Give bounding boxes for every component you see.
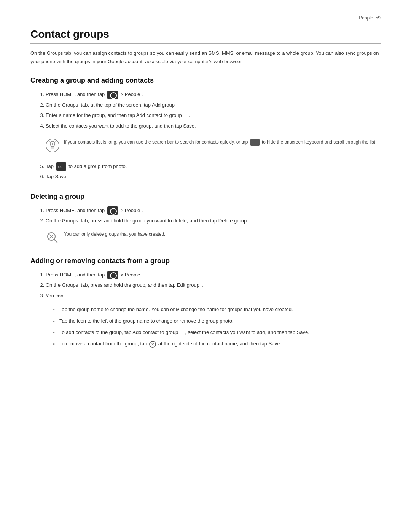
intro-text: On the Groups tab, you can assign contac… bbox=[30, 49, 381, 66]
tip-text: If your contacts list is long, you can u… bbox=[64, 139, 377, 146]
page-number: 59 bbox=[376, 15, 381, 21]
creating-steps-list: Press HOME, and then tap > People . On t… bbox=[46, 90, 381, 130]
creating-step-3: Enter a name for the group, and then tap… bbox=[46, 111, 381, 120]
page-title: Contact groups bbox=[30, 28, 381, 44]
adding-removing-step-1: Press HOME, and then tap > People . bbox=[46, 270, 381, 280]
adding-removing-steps-list: Press HOME, and then tap > People . On t… bbox=[46, 270, 381, 300]
page-container: People 59 Contact groups On the Groups t… bbox=[0, 0, 411, 383]
section-adding-removing: Adding or removing contacts from a group… bbox=[30, 257, 381, 348]
svg-line-6 bbox=[55, 141, 56, 142]
section-adding-removing-title: Adding or removing contacts from a group bbox=[30, 257, 381, 265]
bullet-2: Tap the icon to the left of the group na… bbox=[53, 317, 381, 325]
deleting-step-2: On the Groups tab, press and hold the gr… bbox=[46, 216, 381, 225]
bullet-1: Tap the group name to change the name. Y… bbox=[53, 305, 381, 314]
section-label: People bbox=[359, 15, 373, 21]
home-button-icon-3 bbox=[107, 271, 118, 279]
keyboard-icon bbox=[250, 139, 260, 146]
creating-step-4: Select the contacts you want to add to t… bbox=[46, 121, 381, 130]
tip-icon bbox=[46, 139, 59, 153]
adding-removing-step-3: You can: bbox=[46, 291, 381, 300]
svg-line-11 bbox=[54, 239, 57, 242]
creating-step-5: Tap to add a group from photo. bbox=[46, 162, 381, 171]
page-info: People 59 bbox=[359, 15, 381, 21]
tip-box: If your contacts list is long, you can u… bbox=[46, 136, 381, 157]
adding-removing-bullets: Tap the group name to change the name. Y… bbox=[53, 305, 381, 348]
deleting-steps-list: Press HOME, and then tap > People . On t… bbox=[46, 206, 381, 225]
deleting-step-1: Press HOME, and then tap > People . bbox=[46, 206, 381, 215]
section-deleting-title: Deleting a group bbox=[30, 193, 381, 201]
svg-point-9 bbox=[52, 143, 53, 145]
x-circle-icon bbox=[149, 341, 156, 348]
creating-extra-steps-list: Tap to add a group from photo. Tap Save. bbox=[46, 162, 381, 181]
creating-step-2: On the Groups tab, at the top of the scr… bbox=[46, 101, 381, 109]
creating-step-1: Press HOME, and then tap > People . bbox=[46, 90, 381, 99]
page-header: People 59 bbox=[30, 15, 381, 21]
photo-button-icon bbox=[56, 162, 66, 171]
note-text: You can only delete groups that you have… bbox=[64, 231, 165, 238]
bullet-3: To add contacts to the group, tap Add co… bbox=[53, 328, 381, 337]
creating-step-6: Tap Save. bbox=[46, 172, 381, 181]
section-deleting: Deleting a group Press HOME, and then ta… bbox=[30, 193, 381, 246]
home-button-icon bbox=[107, 91, 118, 99]
adding-removing-step-2: On the Groups tab, press and hold the gr… bbox=[46, 281, 381, 289]
home-button-icon-2 bbox=[107, 206, 118, 215]
section-creating-title: Creating a group and adding contacts bbox=[30, 77, 381, 85]
bullet-4: To remove a contact from the group, tap … bbox=[53, 340, 381, 348]
note-icon bbox=[46, 231, 59, 246]
svg-line-5 bbox=[49, 141, 50, 142]
section-creating: Creating a group and adding contacts Pre… bbox=[30, 77, 381, 181]
note-box: You can only delete groups that you have… bbox=[46, 231, 381, 246]
